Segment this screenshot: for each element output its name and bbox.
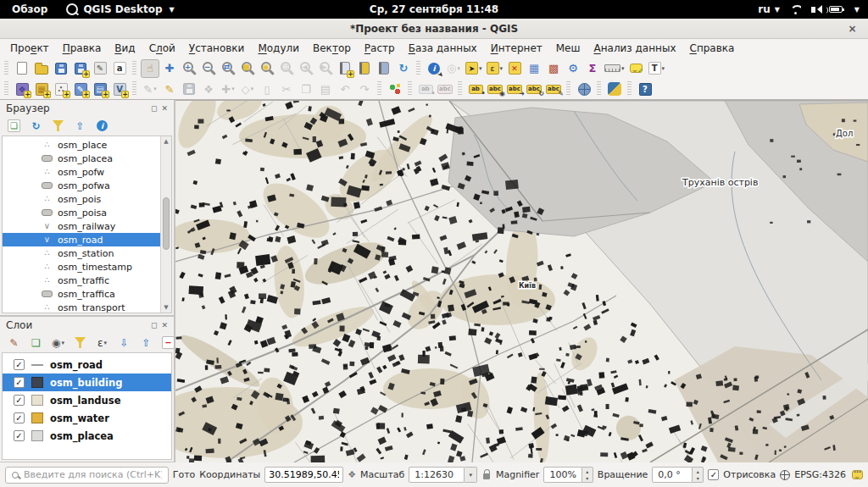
zoom-native-button[interactable]: ⇄ bbox=[219, 59, 237, 78]
new-spatial-bookmark-button[interactable]: + bbox=[336, 59, 354, 78]
open-project-button[interactable] bbox=[32, 59, 51, 78]
menu-item-Проект[interactable]: Проект bbox=[3, 41, 56, 56]
select-by-expression-button[interactable]: ε▾ bbox=[485, 59, 505, 78]
select-features-button[interactable]: ➤▾ bbox=[464, 59, 484, 78]
menu-item-Модули[interactable]: Модули bbox=[251, 41, 306, 56]
menu-item-Вид[interactable]: Вид bbox=[108, 41, 142, 56]
rotation-spinbox[interactable]: 0,0 ° ▴ ▾ bbox=[652, 467, 704, 483]
keyboard-layout-button[interactable]: ru ▼ bbox=[758, 3, 780, 15]
save-project-button[interactable] bbox=[52, 59, 70, 78]
scrollbar-thumb[interactable] bbox=[163, 197, 170, 250]
layer-checkbox[interactable]: ✓ bbox=[14, 359, 25, 370]
collapse-all-layers-button[interactable]: ⇧ bbox=[138, 335, 154, 351]
browser-item-osm_pois[interactable]: ∴osm_pois bbox=[3, 192, 171, 206]
filter-legend-button[interactable] bbox=[72, 335, 88, 351]
add-point-cloud-layer-button[interactable]: ∴+ bbox=[52, 80, 70, 98]
browser-item-osm_timestamp[interactable]: ∴osm_timestamp bbox=[3, 260, 171, 274]
spin-down-icon[interactable]: ▾ bbox=[693, 475, 703, 483]
scroll-up-icon[interactable]: ▲ bbox=[161, 136, 171, 147]
vertex-tool-dropdown[interactable]: ▾ bbox=[251, 86, 254, 92]
menu-item-Справка[interactable]: Справка bbox=[682, 41, 741, 56]
scale-field[interactable]: 1:12630 bbox=[409, 467, 465, 483]
add-raster-layer-button[interactable]: ▦+ bbox=[32, 80, 51, 98]
expand-all-button[interactable]: ⇩ bbox=[116, 335, 132, 351]
pin-unpin-labels-button[interactable]: ab• bbox=[466, 80, 485, 98]
layer-item-osm_landuse[interactable]: ✓osm_landuse bbox=[3, 391, 171, 409]
spin-down-icon[interactable]: ▾ bbox=[582, 475, 593, 483]
move-label-button[interactable]: abc➜ bbox=[505, 80, 524, 98]
filter-by-expression-dropdown[interactable]: ▾ bbox=[103, 340, 107, 346]
layer-item-osm_building[interactable]: ✓osm_building bbox=[3, 374, 171, 391]
refresh-map-button[interactable]: ↻ bbox=[394, 59, 413, 78]
python-console-button[interactable] bbox=[605, 80, 624, 98]
browser-item-osm_traffica[interactable]: osm_traffica bbox=[3, 287, 171, 301]
scale-dropdown-button[interactable]: ▾ bbox=[465, 467, 477, 483]
menu-item-Анализ данных[interactable]: Анализ данных bbox=[587, 41, 682, 56]
show-hide-labels-button[interactable]: abc◉ bbox=[486, 80, 504, 98]
layer-item-osm_water[interactable]: ✓osm_water bbox=[3, 409, 171, 427]
browser-add-layers-button[interactable]: ❏ bbox=[6, 118, 22, 134]
layer-checkbox[interactable]: ✓ bbox=[14, 412, 25, 423]
help-contents-button[interactable]: ? bbox=[636, 80, 654, 98]
layer-item-osm_placea[interactable]: ✓osm_placea bbox=[3, 427, 171, 445]
volume-icon[interactable] bbox=[811, 7, 815, 13]
browser-item-osm_place[interactable]: ∴osm_place bbox=[3, 138, 171, 152]
add-group-button[interactable]: ❏ bbox=[28, 335, 44, 351]
layers-close-button[interactable]: ✕ bbox=[161, 321, 168, 329]
render-checkbox[interactable]: ✓ bbox=[708, 469, 719, 480]
log-messages-icon[interactable] bbox=[852, 470, 863, 479]
metasearch-button[interactable] bbox=[575, 80, 593, 98]
magnifier-spinbox[interactable]: 100% ▴ ▾ bbox=[543, 467, 593, 483]
browser-item-osm_road[interactable]: ∨osm_road bbox=[3, 233, 171, 246]
window-close-button[interactable]: × bbox=[845, 21, 860, 36]
filter-by-expression-button[interactable]: ε▾ bbox=[94, 335, 110, 351]
zoom-full-button[interactable]: ■ bbox=[238, 59, 257, 78]
menu-item-Меш[interactable]: Меш bbox=[549, 41, 587, 56]
project-properties-button[interactable]: ✎ bbox=[91, 59, 109, 78]
menu-item-Вектор[interactable]: Вектор bbox=[306, 41, 358, 56]
browser-item-osm_railway[interactable]: ∨osm_railway bbox=[3, 219, 171, 233]
field-calculator-button[interactable]: ▩ bbox=[544, 59, 563, 78]
rotate-label-button[interactable]: abc↻ bbox=[525, 80, 543, 98]
bookmark-manager-button[interactable] bbox=[375, 59, 393, 78]
browser-item-osm_traffic[interactable]: ∴osm_traffic bbox=[3, 274, 171, 287]
save-project-as-button[interactable]: + bbox=[71, 59, 90, 78]
select-by-expression-dropdown[interactable]: ▾ bbox=[500, 65, 504, 72]
menu-item-Интернет[interactable]: Интернет bbox=[484, 41, 549, 56]
battery-icon[interactable] bbox=[829, 6, 843, 13]
manage-map-themes-button[interactable]: ◉▾ bbox=[50, 335, 66, 351]
manage-map-themes-dropdown[interactable]: ▾ bbox=[61, 340, 64, 346]
add-mesh-layer-button[interactable]: ▤+ bbox=[91, 80, 109, 98]
measure-button[interactable]: ▾ bbox=[603, 59, 626, 78]
coordinates-input[interactable] bbox=[269, 469, 339, 480]
zoom-out-button[interactable]: − bbox=[199, 59, 218, 78]
open-attribute-table-button[interactable]: ▦ bbox=[525, 59, 543, 78]
menu-item-Правка[interactable]: Правка bbox=[56, 41, 108, 56]
map-tips-button[interactable] bbox=[627, 59, 646, 78]
deselect-features-button[interactable]: ✕ bbox=[505, 59, 524, 78]
layer-item-osm_road[interactable]: ✓osm_road bbox=[3, 356, 171, 374]
style-manager-button[interactable]: a bbox=[110, 59, 129, 78]
new-project-button[interactable] bbox=[13, 59, 31, 78]
browser-filter-button[interactable] bbox=[50, 118, 66, 134]
spin-up-icon[interactable]: ▴ bbox=[582, 468, 593, 475]
map-canvas[interactable]: Труханів острівКиївДол bbox=[175, 100, 868, 462]
wifi-icon[interactable] bbox=[790, 5, 801, 14]
data-source-manager-button[interactable]: ❖+ bbox=[13, 80, 31, 98]
current-edits-dropdown[interactable]: ▾ bbox=[153, 86, 157, 92]
coordinates-field[interactable] bbox=[264, 467, 343, 483]
scroll-down-icon[interactable]: ▼ bbox=[161, 302, 171, 313]
measure-dropdown[interactable]: ▾ bbox=[621, 65, 625, 72]
open-layer-styling-button[interactable]: ✎ bbox=[6, 335, 22, 351]
layer-checkbox[interactable]: ✓ bbox=[14, 395, 25, 406]
browser-collapse-all-button[interactable]: ⇧ bbox=[72, 118, 88, 134]
browser-item-osm_station[interactable]: ∴osm_station bbox=[3, 246, 171, 260]
browser-scrollbar[interactable]: ▲ ▼ bbox=[160, 136, 171, 313]
app-menu-button[interactable]: QGIS Desktop ▼ bbox=[66, 3, 174, 15]
zoom-in-button[interactable]: + bbox=[180, 59, 198, 78]
text-annotation-button[interactable]: T▾ bbox=[647, 59, 667, 78]
new-shapefile-layer-button[interactable]: V+ bbox=[110, 80, 129, 98]
select-features-dropdown[interactable]: ▾ bbox=[479, 65, 482, 72]
pan-to-selection-button[interactable]: ✚ bbox=[160, 59, 179, 78]
system-menu-chevron-icon[interactable]: ▼ bbox=[854, 6, 860, 14]
